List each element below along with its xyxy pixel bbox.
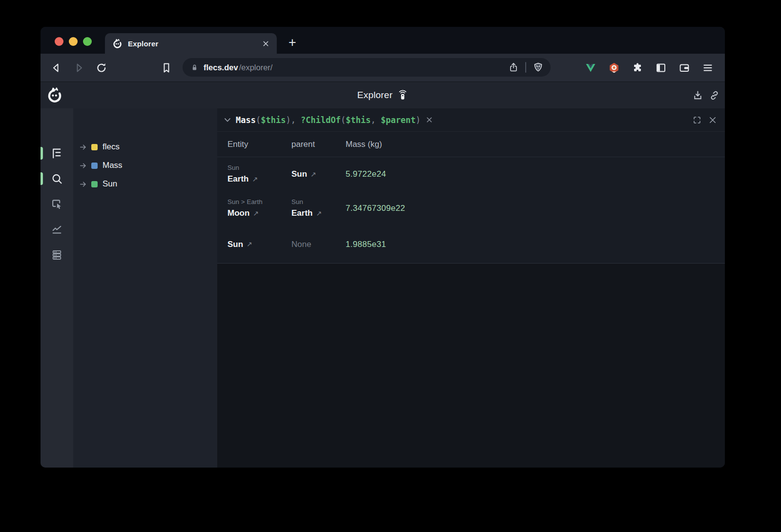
entity-path: Sun bbox=[227, 163, 291, 173]
bookmark-icon[interactable] bbox=[161, 62, 172, 74]
query-token: , bbox=[370, 115, 380, 125]
menu-hamburger-icon[interactable] bbox=[702, 62, 714, 74]
wallet-icon[interactable] bbox=[678, 62, 690, 74]
query-results-panel: Mass($this), ?ChildOf($this, $parent) bbox=[217, 108, 725, 264]
tree-item-flecs[interactable]: flecs bbox=[73, 138, 217, 156]
chart-icon bbox=[51, 224, 63, 236]
fullscreen-window-button[interactable] bbox=[83, 37, 92, 46]
search-icon bbox=[51, 173, 63, 185]
collapse-chevron-icon[interactable] bbox=[223, 115, 232, 125]
entity-name[interactable]: Sun bbox=[291, 168, 307, 181]
url-bar-separator bbox=[525, 62, 526, 73]
sidebar-item-chart[interactable] bbox=[41, 217, 73, 242]
entity-name[interactable]: Moon bbox=[227, 207, 249, 220]
entity-path: Sun bbox=[291, 197, 346, 207]
brave-shield-icon[interactable] bbox=[533, 62, 544, 73]
parent-none-value: None bbox=[291, 240, 346, 249]
entity-link[interactable]: Sun ↗ bbox=[291, 168, 346, 181]
hexagon-extension-icon[interactable] bbox=[608, 62, 620, 74]
sidebar-item-search[interactable] bbox=[41, 166, 73, 191]
reload-button[interactable] bbox=[96, 62, 107, 74]
parent-cell: None bbox=[291, 240, 346, 249]
parent-cell: Sun Earth ↗ bbox=[291, 197, 346, 220]
external-link-icon[interactable]: ↗ bbox=[253, 208, 259, 219]
entity-name[interactable]: Sun bbox=[227, 238, 243, 251]
entity-link[interactable]: Earth ↗ bbox=[291, 207, 346, 220]
query-token: ), bbox=[286, 115, 301, 125]
url-path: /explorer/ bbox=[239, 63, 273, 72]
query-token: ) bbox=[416, 115, 421, 125]
query-bar: Mass($this), ?ChildOf($this, $parent) bbox=[217, 108, 725, 131]
url-domain: flecs.dev bbox=[204, 63, 238, 72]
tree-item-label[interactable]: flecs bbox=[103, 142, 120, 152]
entity-path: Sun > Earth bbox=[227, 197, 291, 207]
query-token: Mass bbox=[236, 115, 256, 125]
browser-toolbar: flecs.dev /explorer/ bbox=[41, 54, 725, 82]
remote-connection-icon[interactable] bbox=[397, 90, 408, 101]
query-token: $this bbox=[261, 115, 286, 125]
table-row: Sun ↗ None 1.9885e31 bbox=[217, 225, 725, 263]
link-icon[interactable] bbox=[709, 90, 720, 101]
mass-value: 1.9885e31 bbox=[346, 240, 725, 249]
external-link-icon[interactable]: ↗ bbox=[316, 208, 322, 219]
entity-cell: Sun > Earth Moon ↗ bbox=[227, 197, 291, 220]
active-indicator bbox=[41, 147, 43, 160]
download-icon[interactable] bbox=[692, 90, 703, 101]
entity-tree-panel: flecs Mass Sun bbox=[73, 108, 217, 468]
vue-devtools-icon[interactable] bbox=[585, 62, 596, 74]
external-link-icon[interactable]: ↗ bbox=[247, 239, 252, 249]
entity-color-swatch bbox=[91, 181, 98, 187]
extensions-row bbox=[585, 62, 714, 74]
expand-arrow-icon[interactable] bbox=[79, 143, 87, 151]
table-header-row: Entity parent Mass (kg) bbox=[217, 131, 725, 157]
new-tab-button[interactable]: + bbox=[286, 37, 299, 48]
external-link-icon[interactable]: ↗ bbox=[252, 174, 258, 184]
inspector-icon bbox=[51, 198, 63, 210]
mass-value: 5.9722e24 bbox=[346, 169, 725, 179]
tree-item-mass[interactable]: Mass bbox=[73, 156, 217, 175]
tab-title: Explorer bbox=[128, 40, 256, 48]
entity-name[interactable]: Earth bbox=[291, 207, 312, 220]
column-header-entity: Entity bbox=[227, 140, 291, 149]
close-panel-icon[interactable] bbox=[708, 116, 717, 124]
flecs-logo-icon[interactable] bbox=[46, 87, 63, 103]
tree-outline-icon bbox=[51, 147, 63, 160]
forward-button[interactable] bbox=[73, 62, 85, 74]
expand-arrow-icon[interactable] bbox=[79, 180, 87, 188]
sidebar-item-stats[interactable] bbox=[41, 242, 73, 267]
tree-item-label[interactable]: Sun bbox=[103, 179, 117, 189]
share-icon[interactable] bbox=[508, 62, 519, 73]
entity-name[interactable]: Earth bbox=[227, 173, 248, 185]
tab-close-icon[interactable] bbox=[262, 40, 270, 48]
browser-window: Explorer + bbox=[41, 27, 725, 468]
tree-item-sun[interactable]: Sun bbox=[73, 175, 217, 193]
entity-link[interactable]: Earth ↗ bbox=[227, 173, 291, 185]
main-panel: Mass($this), ?ChildOf($this, $parent) bbox=[217, 108, 725, 468]
fullscreen-icon[interactable] bbox=[693, 116, 701, 124]
mass-value: 7.34767309e22 bbox=[346, 204, 725, 213]
query-token: $parent bbox=[381, 115, 416, 125]
expand-arrow-icon[interactable] bbox=[79, 162, 87, 170]
puzzle-extensions-icon[interactable] bbox=[632, 62, 643, 74]
sidebar-toggle-icon[interactable] bbox=[655, 62, 667, 74]
query-expression[interactable]: Mass($this), ?ChildOf($this, $parent) bbox=[236, 115, 421, 125]
minimize-window-button[interactable] bbox=[69, 37, 78, 46]
tree-item-label[interactable]: Mass bbox=[103, 161, 123, 170]
entity-color-swatch bbox=[91, 144, 98, 150]
sidebar-item-tree[interactable] bbox=[41, 141, 73, 166]
back-button[interactable] bbox=[50, 62, 62, 74]
entity-link[interactable]: Sun ↗ bbox=[227, 238, 291, 251]
flecs-favicon-icon bbox=[112, 39, 123, 49]
entity-cell: Sun ↗ bbox=[227, 238, 291, 251]
external-link-icon[interactable]: ↗ bbox=[310, 169, 316, 180]
query-token: ( bbox=[341, 115, 346, 125]
entity-cell: Sun Earth ↗ bbox=[227, 163, 291, 185]
browser-tab-explorer[interactable]: Explorer bbox=[105, 33, 277, 54]
clear-query-icon[interactable] bbox=[425, 116, 433, 124]
url-bar[interactable]: flecs.dev /explorer/ bbox=[183, 58, 551, 77]
sidebar-item-inspector[interactable] bbox=[41, 191, 73, 217]
column-header-parent: parent bbox=[291, 140, 346, 149]
entity-link[interactable]: Moon ↗ bbox=[227, 207, 291, 220]
content-area: flecs Mass Sun bbox=[41, 108, 725, 468]
close-window-button[interactable] bbox=[55, 37, 63, 46]
